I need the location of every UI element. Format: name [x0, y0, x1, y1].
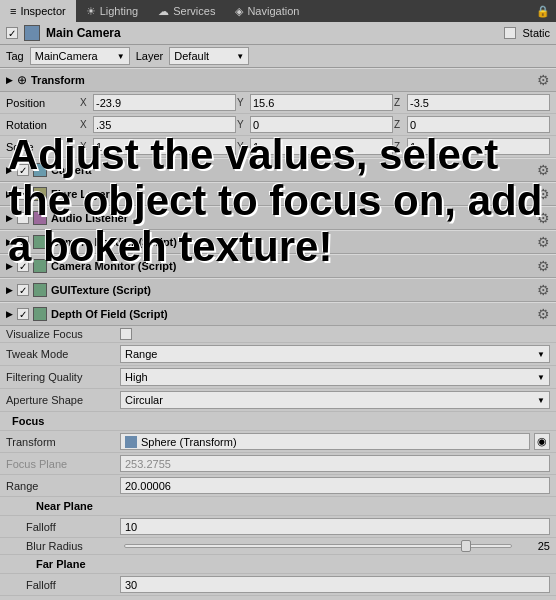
guitexture-enabled-checkbox[interactable] [17, 284, 29, 296]
aperture-shape-label: Aperture Shape [6, 394, 116, 406]
range-input[interactable]: 20.00006 [120, 477, 550, 494]
flare-arrow: ▶ [6, 189, 13, 199]
sphere-icon [125, 436, 137, 448]
near-falloff-row: Falloff 10 [0, 516, 556, 538]
flare-icon [33, 187, 47, 201]
near-blur-slider-track[interactable] [124, 544, 512, 548]
position-z-input[interactable]: -3.5 [407, 94, 550, 111]
scale-x-input[interactable]: 1 [93, 138, 236, 155]
chevron-down-icon: ▼ [117, 52, 125, 61]
aperture-shape-dropdown[interactable]: Circular ▼ [120, 391, 550, 409]
filtering-quality-arrow: ▼ [537, 373, 545, 382]
tweak-mode-label: Tweak Mode [6, 348, 116, 360]
visualize-focus-checkbox[interactable] [120, 328, 132, 340]
audio-header[interactable]: ▶ Audio Listener ⚙ [0, 206, 556, 230]
camera-title: Camera [51, 164, 91, 176]
dof-transform-field: Sphere (Transform) ◉ [120, 433, 550, 450]
tab-lighting[interactable]: ☀ Lighting [76, 0, 149, 22]
lock-icon[interactable]: 🔒 [530, 0, 556, 22]
tweak-mode-dropdown[interactable]: Range ▼ [120, 345, 550, 363]
scale-fields: X 1 Y 1 Z 1 [80, 138, 550, 155]
static-checkbox[interactable] [504, 27, 516, 39]
camera-icon [33, 163, 47, 177]
rx-tag: X [80, 119, 92, 130]
cammonitor-title: Camera Monitor (Script) [51, 260, 176, 272]
sy-tag: Y [237, 141, 249, 152]
filtering-quality-dropdown[interactable]: High ▼ [120, 368, 550, 386]
near-blur-slider-thumb[interactable] [461, 540, 471, 552]
rotation-y-input[interactable]: 0 [250, 116, 393, 133]
guitexture-settings-icon[interactable]: ⚙ [537, 282, 550, 298]
position-row: Position X -23.9 Y 15.6 Z -3.5 [0, 92, 556, 114]
scale-row: Scale X 1 Y 1 Z 1 [0, 136, 556, 158]
filtering-quality-row: Filtering Quality High ▼ [0, 366, 556, 389]
tag-dropdown[interactable]: MainCamera ▼ [30, 47, 130, 65]
object-icon [24, 25, 40, 41]
scale-z-input[interactable]: 1 [407, 138, 550, 155]
sz-tag: Z [394, 141, 406, 152]
camera-handler-header[interactable]: ▶ Camera Handler (Script) ⚙ [0, 230, 556, 254]
position-x-input[interactable]: -23.9 [93, 94, 236, 111]
transform-settings-icon[interactable]: ⚙ [537, 72, 550, 88]
rotation-label: Rotation [6, 119, 76, 131]
rotation-x-input[interactable]: .35 [93, 116, 236, 133]
camhandler-icon [33, 235, 47, 249]
object-title: Main Camera [46, 26, 498, 40]
camhandler-settings-icon[interactable]: ⚙ [537, 234, 550, 250]
flare-settings-icon[interactable]: ⚙ [537, 186, 550, 202]
transform-header[interactable]: ▶ ⊕ Transform ⚙ [0, 68, 556, 92]
near-falloff-input[interactable]: 10 [120, 518, 550, 535]
layer-dropdown[interactable]: Default ▼ [169, 47, 249, 65]
aperture-shape-arrow: ▼ [537, 396, 545, 405]
cammonitor-settings-icon[interactable]: ⚙ [537, 258, 550, 274]
audio-icon [33, 211, 47, 225]
dof-settings-icon[interactable]: ⚙ [537, 306, 550, 322]
focus-plane-label: Focus Plane [6, 458, 116, 470]
camera-settings-icon[interactable]: ⚙ [537, 162, 550, 178]
audio-title: Audio Listener [51, 212, 128, 224]
header-bar: Main Camera Static [0, 22, 556, 45]
cammonitor-icon [33, 259, 47, 273]
tab-services[interactable]: ☁ Services [148, 0, 225, 22]
far-blur-row: Blur Radius 7.2 [0, 596, 556, 598]
audio-arrow: ▶ [6, 213, 13, 223]
camhandler-enabled-checkbox[interactable] [17, 236, 29, 248]
camera-header[interactable]: ▶ Camera ⚙ [0, 158, 556, 182]
guitexture-header[interactable]: ▶ GUITexture (Script) ⚙ [0, 278, 556, 302]
audio-enabled-checkbox[interactable] [17, 212, 29, 224]
z-tag: Z [394, 97, 406, 108]
guitexture-arrow: ▶ [6, 285, 13, 295]
far-falloff-input[interactable]: 30 [120, 576, 550, 593]
dof-enabled-checkbox[interactable] [17, 308, 29, 320]
aperture-shape-row: Aperture Shape Circular ▼ [0, 389, 556, 412]
services-icon: ☁ [158, 5, 169, 18]
navigation-icon: ◈ [235, 5, 243, 18]
scale-y-input[interactable]: 1 [250, 138, 393, 155]
flare-layer-header[interactable]: ▶ Flare Layer ⚙ [0, 182, 556, 206]
dof-transform-dot-btn[interactable]: ◉ [534, 433, 550, 450]
guitexture-icon [33, 283, 47, 297]
range-label: Range [6, 480, 116, 492]
layer-label: Layer [136, 50, 164, 62]
range-row: Range 20.00006 [0, 475, 556, 497]
position-y-input[interactable]: 15.6 [250, 94, 393, 111]
camera-enabled-checkbox[interactable] [17, 164, 29, 176]
position-fields: X -23.9 Y 15.6 Z -3.5 [80, 94, 550, 111]
tab-navigation[interactable]: ◈ Navigation [225, 0, 309, 22]
flare-enabled-checkbox[interactable] [17, 188, 29, 200]
dof-transform-object-field[interactable]: Sphere (Transform) [120, 433, 530, 450]
tag-row: Tag MainCamera ▼ Layer Default ▼ [0, 45, 556, 68]
object-enabled-checkbox[interactable] [6, 27, 18, 39]
ry-tag: Y [237, 119, 249, 130]
visualize-focus-row: Visualize Focus [0, 326, 556, 343]
dof-transform-label: Transform [6, 436, 116, 448]
cammonitor-enabled-checkbox[interactable] [17, 260, 29, 272]
dof-transform-row: Transform Sphere (Transform) ◉ [0, 431, 556, 453]
camera-monitor-header[interactable]: ▶ Camera Monitor (Script) ⚙ [0, 254, 556, 278]
position-label: Position [6, 97, 76, 109]
guitexture-title: GUITexture (Script) [51, 284, 151, 296]
audio-settings-icon[interactable]: ⚙ [537, 210, 550, 226]
tab-inspector[interactable]: ≡ Inspector [0, 0, 76, 22]
rotation-z-input[interactable]: 0 [407, 116, 550, 133]
dof-header[interactable]: ▶ Depth Of Field (Script) ⚙ [0, 302, 556, 326]
